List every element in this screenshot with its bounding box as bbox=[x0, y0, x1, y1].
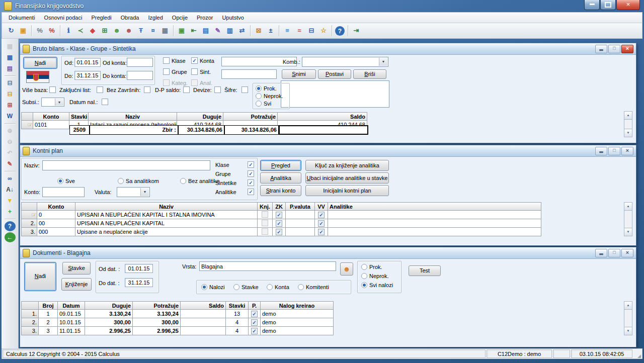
konta-radio[interactable] bbox=[267, 284, 273, 290]
scroll-up-icon[interactable]: ▲ bbox=[624, 112, 632, 120]
bruto-maximize-button[interactable]: □ bbox=[608, 45, 620, 53]
dok-cell-duguje[interactable]: 2.996,25 bbox=[85, 327, 133, 335]
menu-item-pregledi[interactable]: Pregledi bbox=[87, 13, 116, 22]
tree-branch-icon[interactable]: ≺ bbox=[75, 25, 86, 36]
help-icon[interactable]: ? bbox=[335, 26, 345, 36]
komb-dropdown-arrow[interactable]: ▼ bbox=[379, 58, 387, 66]
bruto-find-button[interactable]: Nađi bbox=[23, 57, 57, 69]
grid-layout-icon[interactable]: ≡ bbox=[282, 25, 293, 36]
dok-cell-stavki[interactable]: 13 bbox=[226, 310, 249, 318]
undo-icon[interactable]: ↶ bbox=[5, 148, 16, 158]
bez-zavrsnih-checkbox[interactable] bbox=[144, 86, 150, 93]
stavke-button[interactable]: Stavke bbox=[62, 262, 91, 275]
kontni-cell-naziv[interactable]: UPISANI A NEUPLAĆENI KAPITAL bbox=[75, 219, 258, 228]
copy-window-icon[interactable]: ▣ bbox=[176, 25, 187, 36]
bruto-titlebar[interactable]: Bruto bilans - Klase - Grupe - Sintetika… bbox=[20, 43, 636, 55]
dok-cell-broj[interactable]: 1 bbox=[39, 310, 58, 318]
kontni-cell-konto[interactable]: 000 bbox=[37, 228, 75, 236]
kontni-cell-konto[interactable]: 00 bbox=[37, 219, 75, 228]
percent-table-icon[interactable]: ▦ bbox=[159, 25, 171, 36]
dok-cell-kreirao[interactable]: demo bbox=[261, 327, 334, 335]
print-settings-icon[interactable]: ⊞ bbox=[5, 100, 16, 110]
scroll-down-icon[interactable]: ▼ bbox=[624, 129, 632, 137]
database-new-icon[interactable]: ☆ bbox=[318, 25, 329, 36]
archive-icon[interactable]: ▤ bbox=[5, 63, 16, 73]
sintetike-checkbox[interactable] bbox=[248, 179, 254, 186]
vise-baza-checkbox[interactable] bbox=[49, 86, 56, 93]
komb-listbox[interactable] bbox=[281, 80, 389, 108]
inicijalni-button[interactable]: Inicijalni kontni plan bbox=[305, 185, 389, 196]
pregled-button[interactable]: Pregled bbox=[260, 160, 301, 171]
minimize-button[interactable] bbox=[584, 0, 600, 10]
dokumenti-find-button[interactable]: Nađi bbox=[24, 262, 56, 291]
dokumenti-titlebar[interactable]: Dokumenti - Blagajna ▂ □ × bbox=[20, 247, 636, 259]
bruto-header-duguje[interactable]: Duguje bbox=[177, 112, 223, 121]
copy-pages-icon[interactable]: ▤ bbox=[200, 25, 211, 36]
zk-checkbox-cell[interactable] bbox=[273, 219, 286, 228]
kontni-cell-konto[interactable]: 0 bbox=[37, 211, 75, 219]
sve-radio[interactable] bbox=[57, 178, 63, 184]
dok-cell-stavki[interactable]: 4 bbox=[226, 318, 249, 327]
grupe-checkbox[interactable] bbox=[163, 68, 170, 75]
org-chart-icon[interactable]: ⊞ bbox=[99, 25, 110, 36]
dok-cell-duguje[interactable]: 3.130,24 bbox=[85, 310, 133, 318]
menu-item-izgled[interactable]: Izgled bbox=[143, 13, 167, 22]
resize-grip[interactable]: ◢ bbox=[633, 349, 642, 358]
analitika-button[interactable]: Analitika bbox=[260, 172, 301, 184]
bruto-header-naziv[interactable]: Naziv bbox=[89, 112, 177, 121]
scroll-down-icon[interactable]: ▼ bbox=[624, 327, 632, 335]
window-chart-icon[interactable]: ▥ bbox=[224, 25, 235, 36]
subsi-dropdown-arrow[interactable]: ▼ bbox=[55, 99, 63, 106]
kontni-maximize-button[interactable]: □ bbox=[608, 147, 620, 155]
scroll-down-icon[interactable]: ▼ bbox=[624, 228, 632, 236]
edit-stamp-icon[interactable]: ✎ bbox=[212, 25, 223, 36]
kontni-titlebar[interactable]: Kontni plan ▂ □ × bbox=[20, 145, 636, 157]
filter-icon[interactable]: ▼ bbox=[5, 196, 16, 206]
fit-window-icon[interactable]: + bbox=[5, 207, 16, 217]
knj-checkbox-cell[interactable] bbox=[258, 228, 273, 236]
dok-cell-kreirao[interactable]: demo bbox=[261, 310, 334, 318]
maximize-button[interactable] bbox=[600, 0, 616, 10]
person-green-icon[interactable]: ☻ bbox=[111, 25, 122, 36]
kontni-close-button[interactable]: × bbox=[621, 147, 633, 155]
stavke-radio[interactable] bbox=[233, 284, 239, 290]
scroll-up-icon[interactable]: ▲ bbox=[624, 203, 632, 211]
dp-saldo-checkbox[interactable] bbox=[183, 86, 190, 93]
kontni-header-analitike[interactable]: Analitike bbox=[328, 202, 541, 211]
bez-analitike-radio[interactable] bbox=[180, 178, 186, 184]
dok-header-broj[interactable]: Broj bbox=[39, 301, 58, 310]
close-button[interactable]: × bbox=[616, 0, 640, 10]
scroll-up-icon[interactable]: ▲ bbox=[624, 302, 632, 310]
menu-item-uputstvo[interactable]: Uputstvo bbox=[217, 13, 248, 22]
datum-nal-checkbox[interactable] bbox=[102, 99, 108, 105]
kontni-cell-naziv[interactable]: UPISANI A NEUPLAĆENI KAPITAL I STALNA IM… bbox=[75, 211, 258, 219]
import-window-icon[interactable]: ⇤ bbox=[188, 25, 199, 36]
vv-checkbox-cell[interactable] bbox=[315, 228, 328, 236]
pvaluta-cell[interactable] bbox=[286, 211, 315, 219]
menu-item-opcije[interactable]: Opcije bbox=[168, 13, 192, 22]
vv-checkbox-cell[interactable] bbox=[315, 219, 328, 228]
menu-item-dokumenti[interactable]: Dokumenti bbox=[4, 13, 40, 22]
od-date-value[interactable]: 01.01.15 bbox=[74, 58, 101, 67]
kontni-row-2[interactable]: 2. 00 UPISANI A NEUPLAĆENI KAPITAL bbox=[21, 219, 541, 228]
valuta-dropdown-arrow[interactable]: ▼ bbox=[140, 188, 149, 196]
konto-input[interactable] bbox=[42, 187, 85, 197]
dok-header-potrazuje[interactable]: Potražuje bbox=[133, 301, 181, 310]
diamond-icon[interactable]: ◆ bbox=[87, 25, 98, 36]
analitike-checkbox[interactable] bbox=[248, 189, 254, 195]
bruto-header-saldo[interactable]: Saldo bbox=[278, 112, 367, 121]
bruto-table-scrollbar[interactable]: ▲ ▼ bbox=[624, 111, 632, 137]
percent-report-icon[interactable]: % bbox=[46, 25, 57, 36]
dokumenti-table-scrollbar[interactable]: ▲ ▼ bbox=[624, 301, 632, 335]
bruto-close-button[interactable]: × bbox=[621, 45, 633, 53]
dokumenti-maximize-button[interactable]: □ bbox=[608, 249, 620, 257]
org-windows-icon[interactable]: ⊟ bbox=[306, 25, 317, 36]
help-side-icon[interactable]: ? bbox=[5, 221, 16, 231]
find-icon[interactable]: ∞ bbox=[5, 173, 16, 184]
analitike-cell[interactable] bbox=[328, 219, 541, 228]
ubaci-button[interactable]: Ubaci inicijalne analitike u stavke bbox=[305, 172, 389, 184]
dok-neprok-radio[interactable] bbox=[361, 273, 367, 279]
person-tie-icon[interactable]: ☻ bbox=[123, 25, 134, 36]
line-chart-icon[interactable]: ≈ bbox=[294, 25, 305, 36]
dok-cell-saldo[interactable] bbox=[181, 318, 226, 327]
